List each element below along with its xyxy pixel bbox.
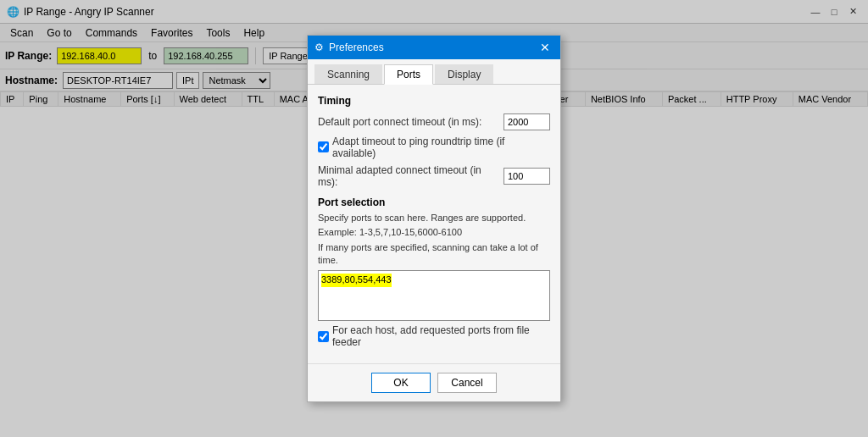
dialog-title: Preferences — [329, 41, 384, 53]
dialog-titlebar-left: ⚙ Preferences — [314, 41, 384, 53]
preferences-dialog: ⚙ Preferences ✕ Scanning Ports Display T… — [307, 35, 561, 403]
dialog-content: Timing Default port connect timeout (in … — [308, 85, 560, 364]
dialog-footer: OK Cancel — [308, 363, 560, 401]
dialog-close-button[interactable]: ✕ — [537, 39, 554, 56]
file-feeder-label: For each host, add requested ports from … — [332, 324, 550, 348]
port-desc1: Specify ports to scan here. Ranges are s… — [318, 212, 550, 224]
tab-ports[interactable]: Ports — [384, 64, 433, 85]
port-textarea[interactable] — [318, 270, 550, 321]
tab-display[interactable]: Display — [435, 64, 493, 84]
tab-scanning-label: Scanning — [327, 69, 370, 80]
default-timeout-input[interactable] — [504, 113, 550, 130]
ok-button[interactable]: OK — [371, 373, 431, 393]
cancel-button[interactable]: Cancel — [437, 373, 497, 393]
port-textarea-container: 3389,80,554,443 — [318, 270, 550, 321]
minimal-timeout-row: Minimal adapted connect timeout (in ms): — [318, 164, 550, 188]
port-desc2: Example: 1-3,5,7,10-15,6000-6100 — [318, 226, 550, 239]
adapt-timeout-checkbox[interactable] — [318, 141, 329, 152]
adapt-timeout-label: Adapt timeout to ping roundtrip time (if… — [332, 136, 550, 159]
timing-section-title: Timing — [318, 95, 550, 107]
minimal-timeout-input[interactable] — [504, 168, 550, 185]
tab-scanning[interactable]: Scanning — [314, 64, 382, 84]
file-feeder-row: For each host, add requested ports from … — [318, 324, 550, 348]
minimal-timeout-label: Minimal adapted connect timeout (in ms): — [318, 164, 498, 188]
adapt-timeout-row: Adapt timeout to ping roundtrip time (if… — [318, 136, 550, 159]
tab-display-label: Display — [448, 69, 481, 80]
dialog-overlay: ⚙ Preferences ✕ Scanning Ports Display T… — [0, 0, 868, 437]
port-desc3: If many ports are specified, scanning ca… — [318, 241, 550, 268]
port-section-title: Port selection — [318, 196, 550, 208]
default-timeout-label: Default port connect timeout (in ms): — [318, 116, 498, 128]
dialog-icon: ⚙ — [314, 41, 324, 53]
file-feeder-checkbox[interactable] — [318, 331, 329, 342]
default-timeout-row: Default port connect timeout (in ms): — [318, 113, 550, 130]
dialog-titlebar: ⚙ Preferences ✕ — [308, 36, 560, 59]
tab-ports-label: Ports — [397, 69, 420, 80]
dialog-tabs: Scanning Ports Display — [308, 59, 560, 85]
